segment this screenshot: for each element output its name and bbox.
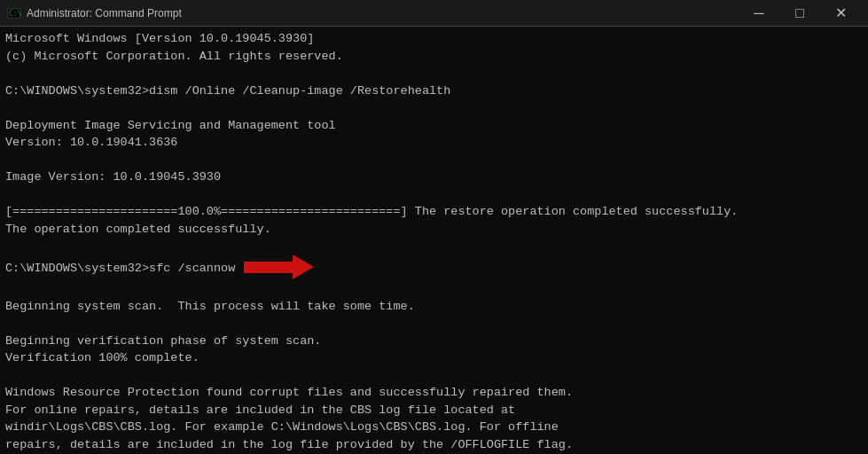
line-2: [5, 65, 863, 82]
line-16: [5, 315, 863, 333]
line-5: Deployment Image Servicing and Managemen…: [5, 117, 863, 135]
arrow-head: [293, 254, 314, 279]
window: C:\ Administrator: Command Prompt ─ □ ✕ …: [0, 0, 868, 454]
close-button[interactable]: ✕: [820, 0, 861, 27]
line-21: For online repairs, details are included…: [5, 402, 863, 419]
line-0: Microsoft Windows [Version 10.0.19045.39…: [5, 30, 863, 48]
maximize-button[interactable]: □: [779, 0, 820, 27]
line-13: C:\WINDOWS\system32>sfc /scannow: [5, 255, 863, 280]
console-body: Microsoft Windows [Version 10.0.19045.39…: [0, 27, 868, 454]
line-22: windir\Logs\CBS\CBS.log. For example C:\…: [5, 419, 863, 436]
cmd-icon: C:\: [7, 6, 21, 20]
title-bar-controls: ─ □ ✕: [739, 0, 861, 27]
sfc-command-text: C:\WINDOWS\system32>sfc /scannow: [5, 262, 235, 275]
line-9: [5, 186, 863, 204]
line-23: repairs, details are included in the log…: [5, 436, 863, 454]
line-4: [5, 99, 863, 117]
line-19: [5, 367, 863, 385]
line-8: Image Version: 10.0.19045.3930: [5, 168, 863, 186]
title-bar: C:\ Administrator: Command Prompt ─ □ ✕: [0, 0, 868, 27]
line-11: The operation completed successfully.: [5, 221, 863, 239]
line-10: [=======================100.0%==========…: [5, 203, 863, 221]
minimize-button[interactable]: ─: [739, 0, 779, 27]
line-15: Beginning system scan. This process will…: [5, 298, 863, 316]
line-20: Windows Resource Protection found corrup…: [5, 384, 863, 402]
line-14: [5, 280, 863, 298]
title-bar-left: C:\ Administrator: Command Prompt: [7, 6, 182, 20]
line-18: Verification 100% complete.: [5, 349, 863, 367]
window-title: Administrator: Command Prompt: [27, 7, 182, 20]
line-6: Version: 10.0.19041.3636: [5, 134, 863, 152]
red-arrow-indicator: [244, 254, 314, 279]
svg-text:C:\: C:\: [9, 10, 21, 18]
arrow-shaft: [244, 262, 293, 273]
line-12: [5, 239, 863, 256]
line-17: Beginning verification phase of system s…: [5, 333, 863, 350]
line-7: [5, 152, 863, 169]
line-1: (c) Microsoft Corporation. All rights re…: [5, 48, 863, 66]
line-3: C:\WINDOWS\system32>dism /Online /Cleanu…: [5, 82, 863, 100]
